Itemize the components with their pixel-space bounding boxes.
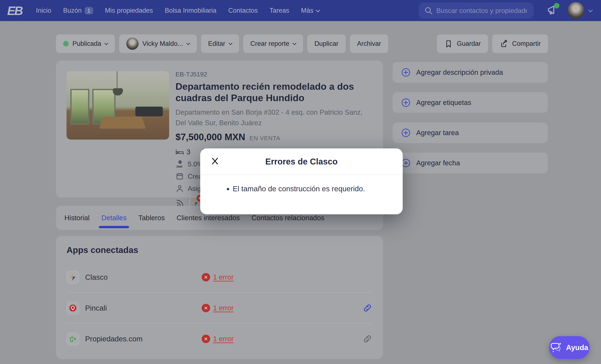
add-date-button[interactable]: Agregar fecha: [392, 153, 548, 173]
error-badge-icon: [202, 304, 210, 312]
add-tags-button[interactable]: Agregar etiquetas: [392, 92, 548, 113]
nav-menu: Inicio Buzón 1 Mis propiedades Bolsa Inm…: [36, 7, 320, 14]
duplicate-button[interactable]: Duplicar: [307, 34, 346, 53]
error-list: El tamaño de construcción es requerido.: [225, 184, 390, 194]
edit-dropdown[interactable]: Editar: [201, 34, 239, 53]
error-badge-icon: [202, 273, 210, 281]
user-avatar[interactable]: [567, 2, 584, 19]
bookmark-icon: [444, 39, 453, 48]
commission-icon: [175, 160, 184, 168]
nav-item-inicio[interactable]: Inicio: [36, 7, 51, 14]
inbox-count-badge: 1: [85, 7, 93, 14]
tab-clientes-interesados[interactable]: Clientes interesados: [177, 214, 240, 222]
add-private-description-button[interactable]: Agregar descripción privada: [392, 62, 548, 83]
app-row-clasco: Clasco 1 error: [67, 262, 372, 293]
tab-contactos-relacionados[interactable]: Contactos relacionados: [251, 214, 324, 222]
listing-status: EN VENTA: [249, 135, 280, 142]
tab-detalles[interactable]: Detalles: [101, 214, 127, 222]
plus-circle-icon: [401, 128, 411, 138]
clasco-app-icon: [67, 271, 79, 284]
eb-logo[interactable]: EB: [7, 4, 22, 18]
help-label: Ayuda: [566, 343, 588, 352]
help-button[interactable]: Ayuda: [549, 336, 590, 359]
global-search[interactable]: [419, 2, 534, 19]
tab-historial[interactable]: Historial: [64, 214, 90, 222]
pincali-link-icon[interactable]: [363, 303, 372, 313]
create-report-dropdown[interactable]: Crear reporte: [243, 34, 303, 53]
search-input[interactable]: [436, 7, 527, 15]
announcements-button[interactable]: [546, 4, 558, 17]
clasco-error-link[interactable]: 1 error: [202, 273, 234, 281]
error-badge-icon: [202, 335, 210, 343]
pincali-icon: [69, 304, 77, 312]
propiedades-app-icon: [67, 333, 79, 345]
chevron-down-icon: [292, 41, 296, 45]
chat-sparkle-icon: [550, 342, 562, 353]
property-title: Departamento recién remodelado a dos cua…: [175, 81, 368, 104]
share-button[interactable]: Compartir: [492, 34, 548, 53]
status-dropdown[interactable]: Publicada: [56, 34, 115, 53]
modal-title: Errores de Clasco: [265, 157, 338, 166]
property-id: EB-TJ5192: [175, 71, 376, 78]
clasco-errors-modal: Errores de Clasco El tamaño de construcc…: [200, 148, 403, 214]
app-row-pincali: Pincali 1 error: [67, 293, 372, 324]
chevron-down-icon: [316, 8, 320, 12]
account-chevron-icon[interactable]: [588, 8, 593, 12]
propiedades-link-icon[interactable]: [363, 334, 372, 344]
property-address: Departamento en San Borja #302 - 4 esq. …: [175, 107, 363, 128]
tab-tableros[interactable]: Tableros: [138, 214, 165, 222]
plus-circle-icon: [401, 98, 411, 108]
pincali-app-icon: [67, 302, 79, 314]
error-item: El tamaño de construcción es requerido.: [233, 184, 390, 194]
top-nav: EB Inicio Buzón 1 Mis propiedades Bolsa …: [0, 0, 601, 21]
photo-window: [70, 89, 89, 124]
person-icon: [175, 184, 184, 193]
chevron-down-icon: [186, 41, 190, 45]
clasco-icon: [69, 273, 77, 281]
chevron-down-icon: [229, 41, 232, 45]
pincali-error-link[interactable]: 1 error: [202, 304, 234, 312]
add-task-button[interactable]: Agregar tarea: [392, 122, 548, 143]
share-icon: [500, 39, 508, 48]
nav-item-buzon[interactable]: Buzón 1: [63, 7, 93, 14]
property-price: $7,500,000 MXN: [175, 132, 245, 142]
search-icon: [424, 6, 433, 15]
photo-sofa: [135, 107, 163, 116]
nav-item-mas[interactable]: Más: [301, 7, 320, 14]
status-green-dot: [63, 41, 69, 47]
chevron-down-icon: [104, 41, 108, 45]
nav-item-contactos[interactable]: Contactos: [228, 7, 258, 14]
nav-item-bolsa-inmobiliaria[interactable]: Bolsa Inmobiliaria: [165, 7, 216, 14]
calendar-icon: [175, 172, 184, 180]
propiedades-error-link[interactable]: 1 error: [202, 335, 234, 343]
property-action-bar: Publicada Vicky Maldo... Editar Crear re…: [56, 34, 548, 53]
connected-apps-heading: Apps conectadas: [67, 245, 372, 255]
property-photo[interactable]: [67, 71, 169, 139]
bedrooms-feature: 3: [175, 148, 190, 156]
app-row-propiedades: Propiedades.com 1 error: [67, 324, 372, 354]
propiedades-icon: [69, 335, 77, 343]
plus-circle-icon: [401, 68, 411, 77]
nav-right: [419, 2, 592, 19]
nav-item-tareas[interactable]: Tareas: [270, 7, 289, 14]
bed-icon: [175, 148, 184, 156]
close-icon: [211, 157, 219, 165]
photo-table: [99, 117, 146, 128]
save-button[interactable]: Guardar: [437, 34, 488, 53]
agent-avatar: [126, 38, 139, 50]
connected-apps-card: Apps conectadas Clasco 1 error Pincali 1…: [56, 236, 383, 359]
close-button[interactable]: [211, 157, 220, 166]
nav-item-mis-propiedades[interactable]: Mis propiedades: [105, 7, 153, 14]
notification-dot: [554, 3, 559, 9]
agent-dropdown[interactable]: Vicky Maldo...: [119, 34, 197, 53]
archive-button[interactable]: Archivar: [350, 34, 388, 53]
